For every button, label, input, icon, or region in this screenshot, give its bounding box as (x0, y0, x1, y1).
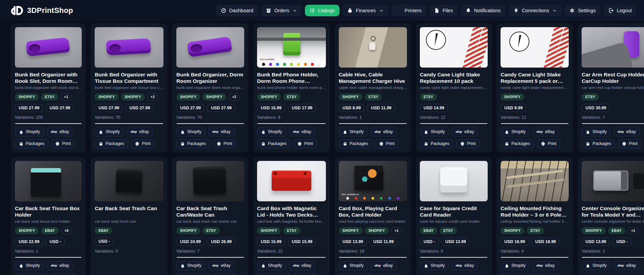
shopify-button[interactable]: Shopify (420, 261, 449, 270)
ebay-button[interactable]: ebay eBay (208, 261, 235, 270)
ebay-button[interactable]: ebay eBay (370, 127, 397, 136)
ebay-button[interactable]: ebay eBay (613, 127, 640, 136)
listing-title[interactable]: Bunk Bed Organizer with Tissue Box Compa… (95, 71, 163, 84)
listing-title[interactable]: Car Arm Rest Cup Holder, CarCup Holder (582, 71, 644, 84)
print-button[interactable]: Print (213, 273, 236, 275)
listing-thumbnail-car-back-seat-trash-can[interactable] (95, 161, 163, 201)
listing-thumbnail-purple-bunk-bed-organizer-dorm[interactable] (176, 27, 244, 68)
listing-thumbnail-candy-cane-light-stakes-10-pack[interactable] (420, 27, 488, 68)
listing-title[interactable]: Car Back Seat Trash Can/Waste Can (176, 205, 244, 218)
app-logo[interactable]: 3DPrintShop (9, 5, 73, 16)
nav-item-orders[interactable]: Orders (261, 5, 302, 16)
shopify-button[interactable]: Shopify (176, 127, 206, 136)
shopify-button[interactable]: Shopify (582, 127, 611, 136)
listing-title[interactable]: Ceiling Mounted Fishing Rod Holder – 3 o… (501, 205, 569, 218)
listing-title[interactable]: Card Box, Playing Card Box, Card Holder (339, 205, 407, 218)
nav-item-printers[interactable]: Printers (391, 5, 426, 16)
print-button[interactable]: Print (51, 139, 75, 148)
listing-thumbnail-tesla-center-console-organizer[interactable] (582, 161, 644, 201)
listing-title[interactable]: Cable Hive, Cable Management Charger Hiv… (339, 71, 407, 84)
ebay-button[interactable]: ebay eBay (289, 261, 315, 270)
listing-thumbnail-candy-cane-light-stakes-5-pack[interactable] (501, 27, 569, 68)
print-button[interactable]: Print (213, 139, 236, 148)
print-button[interactable]: Print (375, 273, 399, 275)
shopify-button[interactable]: Shopify (257, 261, 286, 270)
listing-thumbnail-purple-bunk-bed-organizer-book-slot[interactable] (15, 27, 82, 68)
listing-thumbnail-green-bunk-bed-phone-holder[interactable]: Also available (257, 27, 326, 68)
shopify-button[interactable]: Shopify (339, 261, 368, 270)
listing-title[interactable]: Bunk Bed Phone Holder, Dorm Room Phone H… (257, 71, 326, 84)
shopify-button[interactable]: Shopify (339, 127, 368, 136)
listing-title[interactable]: Candy Cane Light Stake Replacement 10 pa… (420, 71, 488, 84)
packages-button[interactable]: Packages (176, 139, 210, 148)
nav-item-dashboard[interactable]: Dashboard (216, 5, 258, 16)
print-button[interactable]: Print (51, 273, 75, 275)
listing-thumbnail-black-playing-card-box[interactable]: Also available at (339, 161, 407, 201)
ebay-button[interactable]: ebay eBay (289, 127, 315, 136)
print-button[interactable]: Print (131, 139, 155, 148)
packages-button[interactable]: Packages (95, 139, 128, 148)
listing-thumbnail-purple-car-arm-rest-cup-holder[interactable] (582, 27, 644, 68)
shopify-button[interactable]: Shopify (176, 261, 206, 270)
print-button[interactable]: Print (537, 273, 561, 275)
shopify-button[interactable]: Shopify (582, 261, 611, 270)
packages-button[interactable]: Packages (15, 139, 48, 148)
packages-button[interactable]: Packages (501, 273, 534, 275)
ebay-button[interactable]: ebay eBay (613, 261, 640, 270)
listing-thumbnail-cable-hive-wall-mount[interactable] (339, 27, 407, 68)
shopify-button[interactable]: Shopify (15, 261, 44, 270)
packages-button[interactable]: Packages (15, 273, 48, 275)
listing-title[interactable]: Bunk Bed Organizer, Dorm Room Organizer (176, 71, 244, 84)
listing-title[interactable]: Car Back Seat Tissue Box Holder (15, 205, 82, 218)
listing-title[interactable]: Card Box with Magnetic Lid - Holds Two D… (257, 205, 326, 218)
listing-thumbnail-ceiling-mounted-fishing-rod-holder[interactable] (501, 161, 569, 201)
shopify-button[interactable]: Shopify (420, 127, 449, 136)
listing-thumbnail-red-card-box-magnetic-lid[interactable] (257, 161, 326, 201)
nav-item-files[interactable]: Files (429, 5, 458, 16)
nav-item-settings[interactable]: Settings (565, 5, 600, 16)
print-button[interactable]: Print (537, 139, 561, 148)
ebay-button[interactable]: ebay eBay (532, 261, 559, 270)
nav-item-finances[interactable]: Finances (343, 5, 388, 16)
listing-thumbnail-square-credit-card-reader-case[interactable] (420, 161, 488, 201)
nav-item-connections[interactable]: Connections (509, 5, 562, 16)
ebay-button[interactable]: ebay eBay (208, 127, 235, 136)
packages-button[interactable]: Packages (420, 139, 453, 148)
packages-button[interactable]: Packages (582, 139, 615, 148)
nav-item-notifications[interactable]: Notifications (461, 5, 506, 16)
packages-button[interactable]: Packages (501, 139, 534, 148)
ebay-button[interactable]: ebay eBay (47, 127, 73, 136)
listing-thumbnail-car-back-seat-waste-can[interactable] (176, 161, 244, 201)
listing-title[interactable]: Bunk Bed Organizer with Book Slot, Dorm … (15, 71, 82, 84)
shopify-button[interactable]: Shopify (95, 127, 124, 136)
listing-thumbnail-car-back-seat-tissue-box-holder[interactable] (15, 161, 82, 201)
packages-button[interactable]: Packages (257, 139, 291, 148)
ebay-button[interactable]: ebay eBay (47, 261, 73, 270)
ebay-button[interactable]: ebay eBay (532, 127, 559, 136)
ebay-button[interactable]: ebay eBay (126, 127, 153, 136)
shopify-button[interactable]: Shopify (15, 127, 44, 136)
packages-button[interactable]: Packages (339, 139, 372, 148)
packages-button[interactable]: Packages (176, 273, 210, 275)
ebay-button[interactable]: ebay eBay (370, 261, 397, 270)
card-divider (339, 257, 407, 258)
listing-title[interactable]: Center Console Organizer for Tesla Model… (582, 205, 644, 218)
listing-thumbnail-purple-bunk-bed-organizer-tissue-box[interactable] (95, 27, 163, 68)
listing-title[interactable]: Case for Square Credit Card Reader (420, 205, 488, 218)
nav-item-listings[interactable]: Listings (305, 5, 339, 16)
ebay-button[interactable]: ebay eBay (452, 127, 478, 136)
print-button[interactable]: Print (618, 139, 642, 148)
print-button[interactable]: Print (293, 139, 317, 148)
ebay-button[interactable]: ebay eBay (452, 261, 478, 270)
listing-title[interactable]: Car Back Seat Trash Can (95, 205, 163, 218)
print-button[interactable]: Print (456, 139, 480, 148)
shopify-button[interactable]: Shopify (257, 127, 286, 136)
packages-button[interactable]: Packages (257, 273, 291, 275)
packages-button[interactable]: Packages (339, 273, 372, 275)
listing-title[interactable]: Candy Cane Light Stake Replacement 5 pac… (501, 71, 569, 84)
shopify-button[interactable]: Shopify (501, 127, 530, 136)
nav-item-logout[interactable]: Logout (604, 5, 637, 16)
shopify-button[interactable]: Shopify (501, 261, 530, 270)
print-button[interactable]: Print (375, 139, 399, 148)
print-button[interactable]: Print (293, 273, 317, 275)
